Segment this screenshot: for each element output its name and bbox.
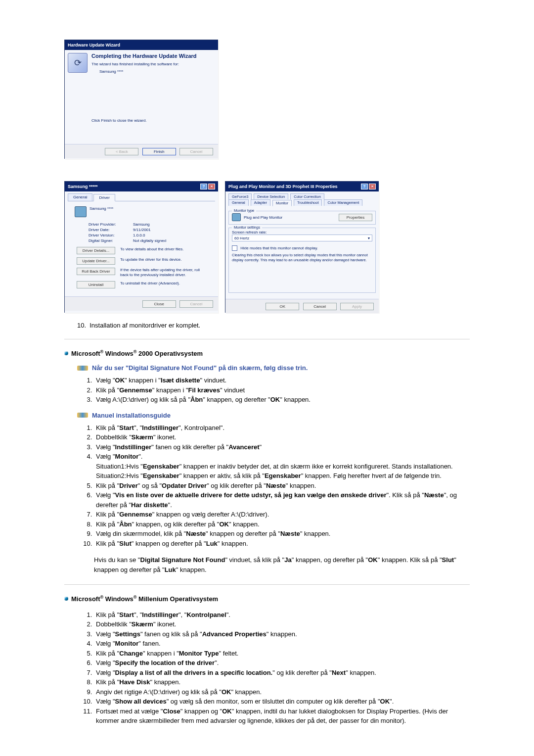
ok-button[interactable]: OK	[266, 303, 299, 310]
close-icon[interactable]: ×	[208, 184, 215, 189]
list-item: Vælg "Indstillinger" fanen og klik deref…	[94, 442, 470, 452]
label-signer: Digital Signer:	[89, 238, 133, 243]
bullet-icon	[64, 351, 68, 355]
subhead-marker-icon	[77, 413, 88, 418]
help-icon[interactable]: ?	[200, 184, 207, 189]
list-item: Klik på "Slut" knappen og derefter på "L…	[94, 539, 470, 549]
close-icon[interactable]: ×	[369, 184, 376, 189]
win2000-title: Microsoft® Windows® 2000 Operativsystem	[71, 349, 203, 357]
value-provider: Samsung	[133, 222, 150, 227]
list-item: Vælg "Monitor" fanen.	[94, 639, 470, 649]
wizard-finish-button[interactable]: Finish	[142, 148, 176, 155]
prop-titlebar: Plug and Play Monitor and 3D Prophet III…	[225, 182, 379, 191]
driver-title: Samsung *****	[68, 184, 98, 189]
label-version: Driver Version:	[89, 233, 133, 237]
hide-modes-checkbox[interactable]	[232, 245, 237, 251]
refresh-rate-select[interactable]: 60 Hertz ▾	[232, 235, 372, 241]
refresh-rate-label: Screen refresh rate:	[232, 230, 372, 235]
list-item: Fortsæt med at vælge "Close" knappen og …	[94, 707, 470, 726]
wizard-line2: Click Finish to close the wizard.	[91, 118, 197, 123]
win2000-sub1: Når du ser "Digital Signature Not Found"…	[77, 364, 470, 372]
list-item: Vælg din skærmmodel, klik på "Næste" kna…	[94, 529, 470, 539]
update-driver-desc: To update the driver for this device.	[120, 257, 208, 262]
uninstall-button[interactable]: Uninstall	[77, 281, 115, 288]
list-item: Klik på "Åbn" knappen, og klik derefter …	[94, 520, 470, 529]
list-item: Klik på "Change" knappen i "Monitor Type…	[94, 649, 470, 659]
label-date: Driver Date:	[89, 228, 133, 232]
driver-titlebar: Samsung ***** ?×	[65, 182, 218, 191]
win2000-sub2: Manuel installationsguide	[77, 412, 470, 419]
cancel-button[interactable]: Cancel	[303, 303, 337, 310]
list-item: Vælg "OK" knappen i "Isæt diskette" vind…	[94, 376, 470, 385]
wizard-device: Samsung ****	[99, 69, 197, 74]
separator	[64, 339, 470, 339]
tab-general[interactable]: General	[68, 193, 92, 201]
rollback-driver-button[interactable]: Roll Back Driver	[77, 268, 115, 275]
wizard-titlebar: Hardware Update Wizard	[65, 40, 218, 50]
monitor-name: Plug and Play Monitor	[244, 215, 282, 220]
wizard-text: Completing the Hardware Update Wizard Th…	[91, 53, 197, 141]
monitor-settings-legend: Monitor settings	[232, 225, 262, 230]
driver-cancel-button[interactable]: Cancel	[179, 300, 213, 308]
window-buttons: ?×	[361, 184, 376, 189]
list-item: Vælg A:\(D:\driver) og klik så på "Åbn" …	[94, 395, 470, 405]
win2000-list1: Vælg "OK" knappen i "Isæt diskette" vind…	[84, 376, 470, 405]
monitor-icon	[232, 213, 241, 221]
winme-list: Klik på "Start", "Indstillinger", "Kontr…	[84, 610, 470, 726]
list-item: Dobbeltklik "Skærm" ikonet.	[94, 619, 470, 629]
update-driver-button[interactable]: Update Driver...	[77, 257, 115, 265]
help-icon[interactable]: ?	[361, 184, 368, 189]
apply-button[interactable]: Apply	[340, 303, 374, 310]
screenshot-monitor-properties: Plug and Play Monitor and 3D Prophet III…	[225, 181, 379, 313]
uninstall-desc: To uninstall the driver (Advanced).	[120, 281, 208, 286]
monitor-type-legend: Monitor type	[232, 208, 256, 213]
wizard-line1: The wizard has finished installing the s…	[91, 62, 197, 66]
list-item: Vælg "Show all devices" og vælg så den m…	[94, 697, 470, 707]
value-version: 1.0.0.0	[133, 233, 145, 237]
driver-details-desc: To view details about the driver files.	[120, 247, 208, 252]
hide-modes-label: Hide modes that this monitor cannot disp…	[240, 246, 318, 250]
value-signer: Not digitally signed	[133, 238, 166, 243]
tab-device-selection[interactable]: Device Selection	[254, 193, 288, 199]
screenshot-hardware-wizard: Hardware Update Wizard ⟳ Completing the …	[64, 40, 218, 159]
tab-troubleshoot[interactable]: Troubleshoot	[294, 199, 322, 206]
list-item: Klik på "Gennemse" knappen i "Fil kræves…	[94, 385, 470, 395]
list-item: Klik på "Have Disk" knappen.	[94, 677, 470, 687]
wizard-cancel-button[interactable]: Cancel	[179, 148, 213, 155]
tab-geforce[interactable]: GeForce3	[228, 193, 252, 199]
list-item: Klik på "Start", "Indstillinger", Kontro…	[94, 423, 470, 433]
subhead-marker-icon	[77, 366, 88, 371]
prop-title: Plug and Play Monitor and 3D Prophet III…	[228, 184, 338, 189]
wizard-back-button[interactable]: < Back	[105, 148, 138, 155]
section-winme: Microsoft® Windows® Millenium Operativsy…	[64, 595, 470, 603]
driver-device: Samsung ****	[89, 206, 113, 211]
list-item: Dobbeltklik "Skærm" ikonet.	[94, 432, 470, 442]
list-item: Vælg "Vis en liste over de aktuelle driv…	[94, 490, 470, 510]
bullet-icon	[64, 597, 68, 601]
tab-monitor[interactable]: Monitor	[272, 200, 292, 206]
label-provider: Driver Provider:	[89, 222, 133, 227]
tab-general2[interactable]: General	[228, 199, 249, 206]
list-item: Vælg "Display a list of all the drivers …	[94, 668, 470, 678]
chevron-down-icon: ▾	[368, 236, 370, 240]
situation1: Situation1:Hvis "Egenskaber" knappen er …	[96, 462, 470, 472]
list-item: Klik på "Start", "Indstillinger", "Kontr…	[94, 610, 470, 620]
driver-close-button[interactable]: Close	[142, 300, 176, 308]
screenshot-driver-properties: Samsung ***** ?× General Driver Samsung …	[64, 181, 218, 313]
rollback-driver-desc: If the device fails after updating the d…	[120, 268, 208, 278]
win2000-list2: Klik på "Start", "Indstillinger", Kontro…	[84, 423, 470, 549]
monitor-properties-button[interactable]: Properties	[339, 214, 372, 221]
refresh-rate-value: 60 Hertz	[234, 236, 249, 240]
monitor-icon	[75, 206, 87, 217]
list-item: Angiv det rigtige A:\(D:\driver) og klik…	[94, 687, 470, 697]
tab-driver[interactable]: Driver	[93, 194, 115, 201]
tab-color-correction[interactable]: Color Correction	[290, 193, 324, 199]
list-item: Vælg "Specify the location of the driver…	[94, 658, 470, 668]
tab-adapter[interactable]: Adapter	[251, 199, 270, 206]
tab-color-management[interactable]: Color Management	[324, 199, 362, 206]
value-date: 9/11/2001	[133, 228, 151, 232]
wizard-heading: Completing the Hardware Update Wizard	[91, 53, 197, 59]
driver-details-button[interactable]: Driver Details...	[77, 247, 115, 254]
list-item: Klik på "Driver" og så "Opdater Driver" …	[94, 481, 470, 491]
section-win2000: Microsoft® Windows® 2000 Operativsystem	[64, 349, 470, 357]
